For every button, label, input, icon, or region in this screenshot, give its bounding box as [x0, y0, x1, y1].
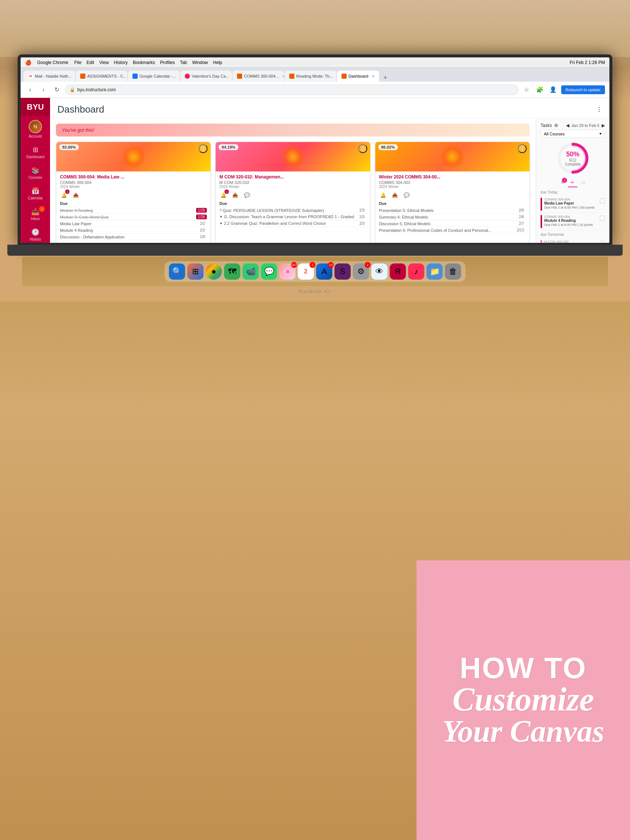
- dock-launchpad[interactable]: ⊞: [187, 264, 204, 279]
- due-item: Discussion 5: Ethical Models 2/7: [379, 220, 526, 227]
- dock-maps[interactable]: 🗺: [224, 264, 240, 279]
- menu-view[interactable]: View: [99, 60, 109, 65]
- dock-finder-2[interactable]: 📁: [426, 264, 443, 279]
- menu-edit[interactable]: Edit: [87, 60, 94, 65]
- menu-window[interactable]: Window: [192, 60, 208, 65]
- course-3-name[interactable]: Winter 2024 COMMS 304-00...: [379, 174, 526, 180]
- menu-history[interactable]: History: [114, 60, 128, 65]
- overlay-how-to: HOW TO: [442, 654, 604, 683]
- sidebar-item-calendar[interactable]: 📅 Calendar: [21, 183, 50, 204]
- tab-valentine-label: Valentine's Day Ca...: [192, 74, 229, 78]
- course-card-3-menu[interactable]: ⋮: [518, 144, 527, 153]
- course-3-alerts-btn[interactable]: 🔔: [379, 191, 387, 199]
- tab-gmail[interactable]: M Mail - Natalie Noth... ✕: [24, 71, 75, 82]
- profile-button[interactable]: 👤: [548, 85, 558, 95]
- dock-music[interactable]: ♪: [408, 264, 424, 279]
- inbox-icon: 📥: [31, 207, 39, 216]
- dock-calendar[interactable]: 2 3: [298, 264, 314, 279]
- course-1-name[interactable]: COMMS 300-004: Media Law ...: [60, 174, 207, 180]
- course-card-2-menu[interactable]: ⋮: [358, 144, 367, 153]
- course-2-comment-btn[interactable]: 💬: [243, 191, 251, 199]
- task-item-quiz-persuade: M COM 320-032 ? Quiz: PERSUADE Les... Du…: [541, 238, 605, 243]
- due-item-date: 2/3: [358, 215, 366, 219]
- task-course-label-3: M COM 320-032: [544, 240, 598, 243]
- sidebar-item-account[interactable]: N Account: [21, 116, 50, 142]
- tab-comms300-close[interactable]: ✕: [282, 74, 284, 78]
- task-color-bar-red-2: [541, 215, 542, 228]
- dock-trash[interactable]: 🗑: [445, 264, 461, 279]
- tab-gcal[interactable]: Google Calendar -... ✕: [128, 71, 180, 82]
- dock-photos[interactable]: 🌸 167: [279, 264, 295, 279]
- dock-facetime[interactable]: 📹: [243, 264, 259, 279]
- due-item-name: Module 3: Code Word Quiz: [60, 215, 196, 219]
- dock-preview[interactable]: 👁: [371, 264, 387, 279]
- tab-valentine[interactable]: Valentine's Day Ca... ✕: [180, 71, 232, 82]
- tab-assignments[interactable]: ASSIGNMENTS - C... ✕: [76, 71, 127, 82]
- tab-dashboard-label: Dashboard: [349, 74, 368, 78]
- course-3-submit-btn[interactable]: 📤: [391, 191, 399, 199]
- course-2-submit-btn[interactable]: 📤: [231, 191, 239, 199]
- date-nav-prev[interactable]: ◀: [566, 123, 569, 128]
- due-item-name: Module 4 Reading: [60, 228, 198, 232]
- dock-chrome[interactable]: ●: [206, 264, 222, 279]
- how-to-overlay: HOW TO Customize Your Canvas: [417, 561, 630, 840]
- relaunch-button[interactable]: Relaunch to update: [561, 85, 605, 94]
- dashboard-menu-icon[interactable]: ⋮: [596, 106, 602, 113]
- extensions-button[interactable]: 🧩: [535, 85, 545, 95]
- tasks-settings-icon[interactable]: ⚙: [554, 123, 558, 128]
- course-2-alert-badge: 1: [224, 189, 229, 194]
- mac-menubar: 🍎 Google Chrome File Edit View History B…: [21, 57, 609, 68]
- byu-logo[interactable]: BYU: [21, 98, 50, 116]
- dashboard-header: Dashboard ⋮: [50, 98, 609, 118]
- dock-slack[interactable]: S: [335, 264, 351, 279]
- sidebar-item-history[interactable]: 🕐 History: [21, 224, 50, 243]
- tab-reading-close[interactable]: ✕: [336, 74, 336, 78]
- tab-gcal-close[interactable]: ✕: [179, 74, 180, 78]
- sidebar-item-courses[interactable]: 📚 Courses: [21, 163, 50, 183]
- course-1-submit-btn[interactable]: 📤: [72, 191, 80, 199]
- url-text[interactable]: byu.instructure.com: [77, 87, 116, 92]
- url-bar[interactable]: 🔒 byu.instructure.com: [65, 85, 518, 95]
- new-tab-button[interactable]: +: [381, 74, 390, 82]
- menu-bookmarks[interactable]: Bookmarks: [133, 60, 155, 65]
- date-nav-next[interactable]: ▶: [602, 123, 605, 128]
- task-tab-edit[interactable]: ✏: [568, 178, 577, 187]
- dock-system-prefs[interactable]: ⚙ 1: [353, 264, 369, 279]
- course-card-1-menu[interactable]: ⋮: [199, 144, 208, 153]
- course-1-alerts-btn[interactable]: 🔔 1: [60, 191, 68, 199]
- all-courses-label: All Courses: [544, 132, 565, 136]
- menu-help[interactable]: Help: [213, 60, 222, 65]
- dock-rushmore[interactable]: R: [390, 264, 406, 279]
- reload-button[interactable]: ↻: [52, 85, 62, 95]
- tab-comms300[interactable]: COMMS 300-004... ✕: [232, 71, 284, 82]
- course-3-comment-btn[interactable]: 💬: [403, 191, 411, 199]
- dock-finder[interactable]: 🔍: [169, 264, 185, 279]
- dock-messages[interactable]: 💬: [261, 264, 277, 279]
- course-2-name[interactable]: M COM 320-032: Managemen...: [219, 174, 366, 180]
- task-tab-calendar[interactable]: □: [579, 178, 587, 187]
- tab-dashboard-close[interactable]: ✕: [372, 74, 374, 78]
- tab-dashboard[interactable]: Dashboard ✕: [337, 71, 379, 82]
- course-2-alerts-btn[interactable]: 🔔 1: [219, 191, 227, 199]
- chrome-tab-bar: M Mail - Natalie Noth... ✕ ASSIGNMENTS -…: [21, 68, 609, 82]
- dock-appstore[interactable]: A 13: [316, 264, 332, 279]
- all-courses-dropdown[interactable]: All Courses ▾: [541, 129, 605, 138]
- forward-button[interactable]: ›: [38, 85, 49, 95]
- active-app-name: Google Chrome: [37, 60, 68, 65]
- dock-photos-badge: 167: [291, 262, 297, 268]
- course-2-due-section: Due ? Quiz: PERSUADE LESSON (STRATEGIZE …: [219, 201, 366, 227]
- tab-reading[interactable]: Reading Mode: Th... ✕: [285, 71, 336, 82]
- bookmark-button[interactable]: ☆: [521, 85, 532, 95]
- task-checkbox[interactable]: [600, 198, 605, 204]
- menu-profiles[interactable]: Profiles: [160, 60, 175, 65]
- back-button[interactable]: ‹: [25, 85, 35, 95]
- menu-tab[interactable]: Tab: [180, 60, 187, 65]
- course-1-alert-badge: 1: [65, 189, 69, 194]
- menu-file[interactable]: File: [74, 60, 81, 65]
- task-checkbox-2[interactable]: [600, 216, 605, 221]
- sidebar-item-dashboard[interactable]: ⊞ Dashboard: [21, 142, 50, 163]
- history-icon: 🕐: [31, 228, 39, 236]
- task-tab-list[interactable]: ≡ 2: [558, 178, 566, 187]
- task-checkbox-3[interactable]: [600, 241, 605, 243]
- sidebar-item-inbox[interactable]: 📥 1 Inbox: [21, 204, 50, 224]
